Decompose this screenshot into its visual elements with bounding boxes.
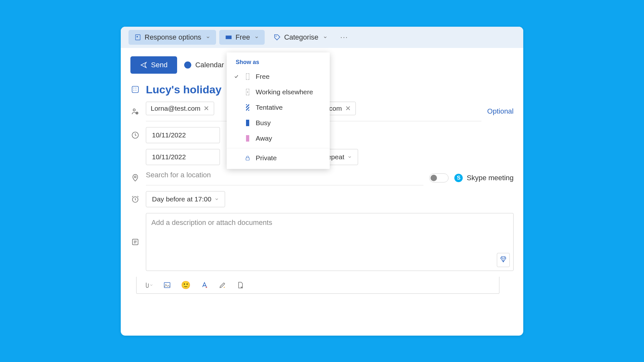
tag-icon bbox=[274, 34, 281, 41]
chevron-down-icon bbox=[323, 35, 327, 40]
paperclip-icon bbox=[143, 281, 149, 289]
svg-rect-22 bbox=[246, 120, 249, 126]
font-button[interactable] bbox=[200, 281, 209, 289]
title-icon bbox=[130, 85, 140, 94]
show-as-dropdown: Show as Free Working elsewhere Tentative… bbox=[227, 52, 330, 169]
response-icon bbox=[134, 34, 141, 41]
busy-swatch-icon bbox=[245, 119, 251, 126]
toolbar: Response options Free Categorise ··· bbox=[121, 27, 523, 48]
chevron-down-icon bbox=[149, 283, 153, 287]
svg-point-5 bbox=[134, 88, 134, 88]
clock-icon bbox=[130, 131, 140, 139]
skype-toggle[interactable] bbox=[429, 173, 449, 182]
dropdown-header: Show as bbox=[227, 56, 330, 69]
diamond-icon[interactable] bbox=[497, 253, 510, 267]
remove-attendee-icon[interactable]: ✕ bbox=[204, 105, 209, 112]
skype-meeting-label: S Skype meeting bbox=[454, 174, 514, 182]
remove-attendee-icon[interactable]: ✕ bbox=[345, 105, 351, 112]
attendee-chip[interactable]: Lorna@test.com ✕ bbox=[146, 102, 214, 115]
optional-attendees-button[interactable]: Optional bbox=[487, 107, 514, 116]
chevron-down-icon bbox=[206, 35, 210, 40]
free-swatch-icon bbox=[245, 73, 251, 80]
format-toolbar: 🙂 bbox=[136, 277, 499, 294]
svg-point-19 bbox=[247, 91, 248, 92]
dropdown-item-away[interactable]: Away bbox=[227, 131, 330, 146]
response-options-button[interactable]: Response options bbox=[128, 30, 216, 45]
away-swatch-icon bbox=[245, 135, 251, 142]
svg-rect-2 bbox=[226, 35, 232, 39]
location-icon bbox=[130, 174, 140, 182]
check-icon bbox=[233, 74, 240, 79]
categorise-button[interactable]: Categorise bbox=[268, 30, 333, 45]
description-icon bbox=[130, 238, 140, 246]
busy-icon bbox=[225, 34, 232, 41]
image-button[interactable] bbox=[163, 281, 171, 289]
svg-point-8 bbox=[136, 90, 136, 90]
event-window: Response options Free Categorise ··· Sen… bbox=[121, 27, 523, 336]
event-title[interactable]: Lucy's holiday bbox=[146, 83, 514, 96]
svg-rect-4 bbox=[132, 86, 138, 93]
lock-icon bbox=[245, 154, 251, 162]
reminder-icon bbox=[130, 195, 140, 203]
show-as-label: Free bbox=[235, 33, 250, 42]
svg-rect-1 bbox=[137, 36, 138, 37]
dropdown-item-free[interactable]: Free bbox=[227, 69, 330, 84]
reminder-label: Day before at 17:00 bbox=[152, 195, 211, 203]
draw-button[interactable] bbox=[218, 281, 227, 289]
end-date-field[interactable]: 10/11/2022 bbox=[146, 149, 220, 165]
emoji-button[interactable]: 🙂 bbox=[181, 281, 191, 290]
categorise-label: Categorise bbox=[284, 33, 318, 42]
dropdown-item-private[interactable]: Private bbox=[227, 150, 330, 166]
svg-point-3 bbox=[276, 35, 277, 36]
dropdown-item-working-elsewhere[interactable]: Working elsewhere bbox=[227, 84, 330, 100]
svg-point-6 bbox=[136, 88, 136, 88]
chevron-down-icon bbox=[254, 35, 259, 40]
font-icon bbox=[200, 281, 209, 289]
image-icon bbox=[163, 281, 171, 289]
location-field[interactable]: Search for a location bbox=[146, 171, 423, 185]
dropdown-item-tentative[interactable]: Tentative bbox=[227, 100, 330, 115]
svg-rect-20 bbox=[246, 104, 249, 111]
show-as-button[interactable]: Free bbox=[219, 30, 265, 45]
response-options-label: Response options bbox=[145, 33, 201, 42]
svg-rect-17 bbox=[246, 73, 249, 80]
chevron-down-icon bbox=[347, 155, 352, 159]
send-icon bbox=[140, 61, 147, 69]
people-icon bbox=[130, 107, 140, 116]
calendar-color-dot bbox=[184, 61, 191, 69]
svg-point-12 bbox=[134, 176, 136, 178]
attendee-email: Lorna@test.com bbox=[151, 105, 200, 112]
toggle-knob bbox=[431, 175, 437, 181]
pen-icon bbox=[218, 281, 227, 289]
start-date-field[interactable]: 10/11/2022 bbox=[146, 127, 220, 143]
elsewhere-swatch-icon bbox=[245, 88, 251, 96]
tentative-swatch-icon bbox=[245, 104, 251, 111]
dropdown-item-busy[interactable]: Busy bbox=[227, 115, 330, 131]
svg-point-7 bbox=[134, 90, 134, 90]
svg-rect-23 bbox=[246, 135, 249, 142]
document-icon bbox=[236, 281, 244, 289]
description-field[interactable]: Add a description or attach documents bbox=[146, 213, 514, 271]
calendar-label: Calendar bbox=[195, 61, 224, 69]
more-options-button[interactable]: ··· bbox=[336, 31, 352, 43]
svg-rect-24 bbox=[246, 158, 250, 160]
send-button[interactable]: Send bbox=[130, 56, 177, 74]
svg-point-9 bbox=[133, 109, 136, 111]
send-label: Send bbox=[151, 61, 167, 69]
svg-rect-15 bbox=[164, 283, 170, 288]
skype-icon: S bbox=[454, 174, 463, 182]
chevron-down-icon bbox=[214, 197, 219, 201]
insert-button[interactable] bbox=[236, 281, 244, 289]
attach-button[interactable] bbox=[143, 281, 153, 289]
reminder-selector[interactable]: Day before at 17:00 bbox=[146, 191, 225, 207]
calendar-selector[interactable]: Calendar bbox=[184, 61, 224, 69]
